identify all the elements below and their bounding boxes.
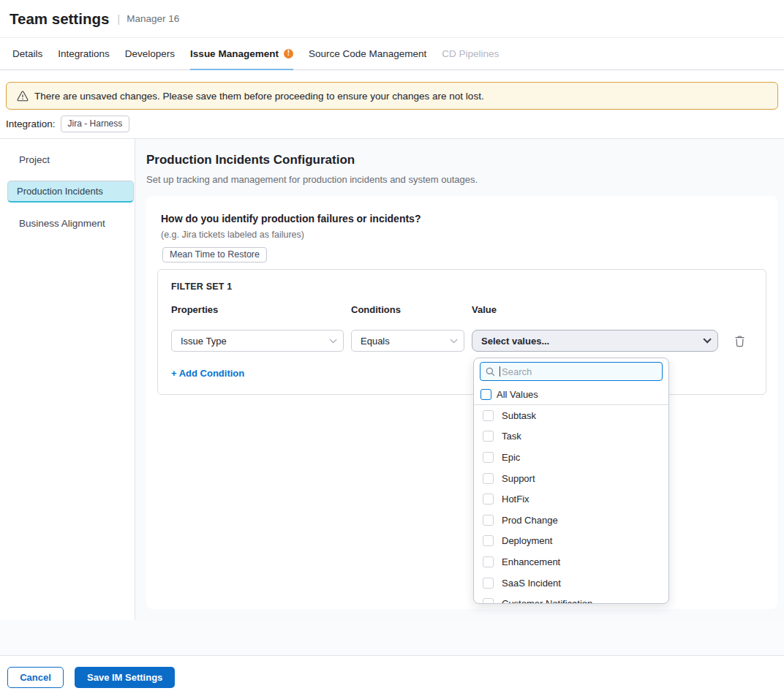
filter-set-box: FILTER SET 1 Properties Conditions Value… [157, 269, 766, 395]
configuration-card: How do you identify production failures … [146, 196, 777, 609]
section-title: Production Incidents Configuration [146, 153, 777, 167]
integration-label: Integration: [6, 118, 56, 129]
tab-issue-management[interactable]: Issue Management ! [190, 38, 293, 70]
unsaved-alert-icon: ! [284, 49, 293, 58]
text-caret [500, 366, 500, 377]
tab-integrations[interactable]: Integrations [58, 38, 110, 70]
tab-details[interactable]: Details [12, 38, 42, 70]
sidebar-item-project[interactable]: Project [7, 146, 134, 174]
integration-chip[interactable]: Jira - Harness [61, 116, 130, 132]
option-epic[interactable]: Epic [474, 447, 668, 468]
page-subtitle: Manager 16 [127, 13, 179, 24]
column-label-conditions: Conditions [351, 304, 464, 330]
option-all-values[interactable]: All Values [474, 385, 668, 405]
delete-filter-icon[interactable] [734, 335, 745, 347]
sidebar-item-business-alignment[interactable]: Business Alignment [7, 209, 134, 238]
option-task[interactable]: Task [474, 426, 668, 447]
checkbox-icon[interactable] [483, 431, 494, 442]
option-enhancement[interactable]: Enhancement [474, 551, 668, 573]
cancel-button[interactable]: Cancel [7, 667, 64, 688]
properties-select[interactable]: Issue Type [171, 330, 344, 352]
checkbox-icon[interactable] [483, 598, 494, 604]
option-prod-change[interactable]: Prod Change [474, 510, 668, 531]
value-dropdown-panel: Search All Values Subtask Task Epic Supp… [473, 358, 669, 604]
page-header: Team settings | Manager 16 [0, 0, 784, 38]
tab-bar: Details Integrations Developers Issue Ma… [0, 38, 784, 70]
metric-chip-mean-time-to-restore[interactable]: Mean Time to Restore [162, 247, 267, 262]
page-title: Team settings [10, 10, 109, 28]
footer-actions: Cancel Save IM Settings [0, 656, 784, 699]
conditions-select[interactable]: Equals [351, 330, 464, 352]
value-multiselect[interactable]: Select values... Search All Values [472, 330, 718, 352]
checkbox-icon[interactable] [483, 452, 494, 463]
search-icon [486, 367, 495, 377]
search-placeholder: Search [502, 366, 532, 377]
warning-icon [17, 91, 29, 102]
column-label-value: Value [472, 304, 718, 330]
section-subtitle: Set up tracking and management for produ… [146, 174, 777, 185]
option-saas-incident[interactable]: SaaS Incident [474, 573, 668, 594]
checkbox-icon[interactable] [483, 494, 494, 505]
checkbox-icon[interactable] [483, 515, 494, 526]
chevron-down-icon [330, 336, 337, 343]
sidebar-item-production-incidents[interactable]: Production Incidents [7, 181, 134, 203]
option-hotfix[interactable]: HotFix [474, 488, 668, 510]
tab-developers[interactable]: Developers [125, 38, 175, 70]
dropdown-search-input[interactable]: Search [480, 362, 663, 381]
tab-source-code-management[interactable]: Source Code Management [309, 38, 426, 70]
column-label-properties: Properties [171, 304, 344, 330]
dropdown-options-list: Subtask Task Epic Support HotFix Prod Ch… [474, 405, 668, 604]
save-im-settings-button[interactable]: Save IM Settings [75, 667, 175, 688]
title-divider: | [117, 12, 120, 25]
option-subtask[interactable]: Subtask [474, 405, 668, 426]
checkbox-icon[interactable] [483, 473, 494, 484]
option-deployment[interactable]: Deployment [474, 531, 668, 552]
banner-text: There are unsaved changes. Please save t… [34, 91, 484, 102]
main-pane: Production Incidents Configuration Set u… [135, 139, 784, 620]
settings-sidebar: Project Production Incidents Business Al… [0, 139, 135, 620]
checkbox-icon[interactable] [483, 410, 494, 421]
filter-set-title: FILTER SET 1 [171, 282, 753, 292]
tab-cd-pipelines: CD Pipelines [442, 38, 499, 70]
integration-row: Integration: Jira - Harness [0, 110, 784, 139]
question-hint: (e.g. Jira tickets labeled as failures) [161, 230, 763, 240]
option-customer-notification[interactable]: Customer Notification [474, 593, 668, 604]
checkbox-icon[interactable] [483, 578, 494, 589]
chevron-down-icon [451, 336, 458, 343]
checkbox-icon[interactable] [483, 556, 494, 567]
chevron-down-icon [703, 335, 711, 343]
option-support[interactable]: Support [474, 468, 668, 489]
checkbox-all-values[interactable] [480, 389, 491, 400]
question-heading: How do you identify production failures … [161, 213, 763, 224]
checkbox-icon[interactable] [483, 535, 494, 546]
footer-spacer [0, 620, 784, 656]
unsaved-changes-banner: There are unsaved changes. Please save t… [6, 82, 778, 110]
